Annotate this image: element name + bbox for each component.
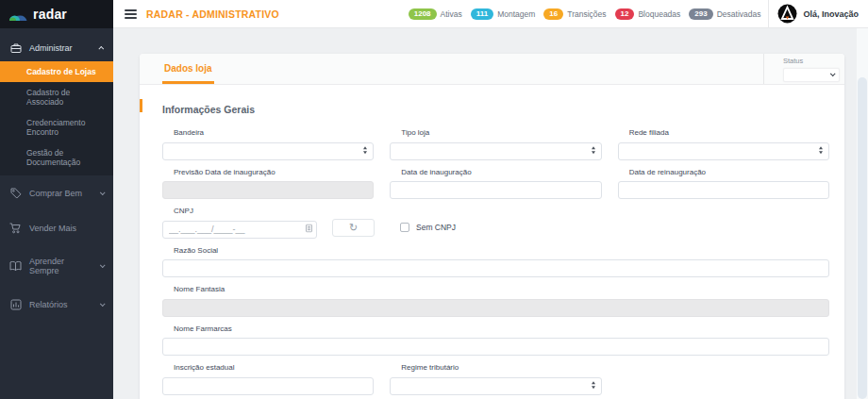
chevron-down-icon (100, 301, 106, 307)
nome-farmarcas-input[interactable] (162, 338, 829, 356)
page-title: RADAR - ADMINISTRATIVO (146, 8, 279, 20)
badge-label: Ativas (441, 9, 462, 19)
badge-transicoes[interactable]: 16 Transições (543, 8, 606, 20)
topbar: RADAR - ADMINISTRATIVO 1208 Ativas 111 M… (113, 0, 868, 28)
badge-count: 111 (471, 8, 493, 20)
chevron-down-icon (100, 190, 106, 195)
sem-cnpj-checkbox-group[interactable]: Sem CNPJ (400, 223, 456, 232)
badge-ativas[interactable]: 1208 Ativas (409, 8, 462, 20)
sidebar-group-label: Administrar (29, 43, 92, 53)
sidebar-submenu-administrar: Cadastro de Lojas Cadastro de Associado … (0, 61, 113, 175)
badge-label: Bloqueadas (638, 9, 680, 19)
field-label: Nome Fantasia (174, 285, 829, 293)
cnpj-input[interactable] (162, 221, 317, 239)
tab-dados-loja[interactable]: Dados loja (162, 54, 214, 84)
field-label: Previsão Data de inauguração (174, 168, 374, 176)
previsao-data-inauguracao-input (162, 181, 374, 199)
regime-tributario-select[interactable] (390, 377, 601, 395)
app-logo-text: radar (33, 7, 67, 22)
card-body: Informações Gerais Bandeira Tipo loja (140, 85, 844, 399)
sidebar-item-aprender-sempre[interactable]: Aprender Sempre (0, 245, 113, 287)
tab-label: Dados loja (164, 63, 212, 74)
sidebar-item-label: Cadastro de Associado (26, 88, 70, 107)
rede-filiada-select[interactable] (618, 142, 829, 160)
field-label: CNPJ (174, 207, 317, 215)
book-icon (9, 260, 22, 273)
field-label: Razão Social (174, 246, 829, 255)
dados-loja-card: Dados loja Status Informações Gerais Ban… (140, 54, 844, 399)
section-title: Informações Gerais (162, 104, 255, 115)
field-label: Nome Farmarcas (174, 324, 829, 333)
sidebar-item-comprar-bem[interactable]: Comprar Bem (0, 175, 113, 210)
field-label: Bandeira (174, 128, 374, 137)
scrollbar-track (857, 28, 868, 399)
sidebar-item-relatorios[interactable]: Relatórios (0, 287, 113, 322)
sidebar-item-gestao-de-documentacao[interactable]: Gestão de Documentação (0, 142, 113, 173)
app-logo: radar (0, 0, 113, 28)
user-menu[interactable]: Olá, Inovação (768, 0, 859, 28)
nome-fantasia-input (162, 299, 829, 317)
badge-count: 293 (689, 8, 712, 20)
data-reinauguracao-input[interactable] (618, 181, 829, 199)
badge-desativadas[interactable]: 293 Desativadas (689, 8, 760, 20)
section-accent-marker (140, 99, 142, 112)
sidebar-item-label: Credenciamento Encontro (26, 118, 85, 137)
briefcase-icon (9, 42, 22, 54)
badge-bloqueadas[interactable]: 12 Bloqueadas (615, 8, 681, 20)
badge-count: 12 (615, 8, 635, 20)
sidebar-item-cadastro-de-associado[interactable]: Cadastro de Associado (0, 82, 113, 112)
scrollbar-thumb[interactable] (858, 77, 867, 399)
sidebar-item-cadastro-de-lojas[interactable]: Cadastro de Lojas (0, 61, 113, 82)
field-label: Data de inauguração (401, 168, 601, 176)
sidebar-item-label: Cadastro de Lojas (26, 67, 96, 76)
user-greeting: Olá, Inovação (803, 9, 859, 19)
badge-label: Desativadas (717, 9, 761, 19)
status-label: Status (783, 57, 840, 65)
sidebar-item-label: Aprender Sempre (29, 257, 92, 275)
section-header: Informações Gerais (162, 100, 829, 117)
main-content: Dados loja Status Informações Gerais Ban… (113, 28, 868, 399)
status-filter: Status (763, 54, 844, 84)
field-label: Inscrição estadual (174, 363, 374, 372)
badge-count: 1208 (409, 8, 437, 20)
sidebar: radar Administrar Cadastro de Lojas Cada… (0, 0, 113, 399)
sidebar-group-administrar[interactable]: Administrar (0, 33, 113, 61)
inscricao-estadual-input[interactable] (162, 377, 374, 395)
sidebar-item-credenciamento-encontro[interactable]: Credenciamento Encontro (0, 112, 113, 142)
bandeira-select[interactable] (162, 142, 374, 160)
badge-label: Transições (567, 9, 606, 19)
data-inauguracao-input[interactable] (390, 181, 601, 199)
tipo-loja-select[interactable] (390, 142, 601, 160)
badge-montagem[interactable]: 111 Montagem (471, 8, 536, 20)
cart-icon (9, 222, 22, 234)
refresh-icon: ↻ (349, 222, 358, 234)
badge-label: Montagem (497, 9, 535, 19)
field-label: Data de reinauguração (629, 168, 829, 176)
sidebar-item-label: Comprar Bem (29, 189, 92, 198)
sidebar-item-vender-mais[interactable]: Vender Mais (0, 210, 113, 245)
bar-chart-icon (9, 298, 22, 310)
chevron-down-icon (830, 71, 836, 76)
avatar (777, 4, 797, 24)
field-label: Tipo loja (401, 128, 601, 137)
hamburger-menu-icon[interactable] (125, 9, 137, 19)
field-label: Rede filiada (629, 128, 829, 137)
radar-logo-icon (8, 8, 27, 22)
document-icon (306, 224, 312, 233)
sidebar-item-label: Vender Mais (29, 224, 104, 233)
sidebar-item-label: Relatórios (29, 300, 92, 309)
status-badges: 1208 Ativas 111 Montagem 16 Transições 1… (409, 8, 761, 20)
tag-icon (9, 187, 22, 199)
sidebar-item-label: Gestão de Documentação (26, 148, 80, 167)
card-header: Dados loja Status (140, 54, 844, 85)
refresh-cnpj-button[interactable]: ↻ (332, 219, 375, 237)
field-label: Regime tributário (401, 363, 601, 372)
status-select[interactable] (783, 68, 840, 82)
chevron-up-icon (98, 45, 104, 51)
razao-social-input[interactable] (162, 259, 829, 277)
sem-cnpj-checkbox[interactable] (400, 223, 409, 232)
badge-count: 16 (543, 8, 563, 20)
chevron-down-icon (100, 262, 106, 268)
sem-cnpj-label: Sem CNPJ (416, 223, 456, 232)
